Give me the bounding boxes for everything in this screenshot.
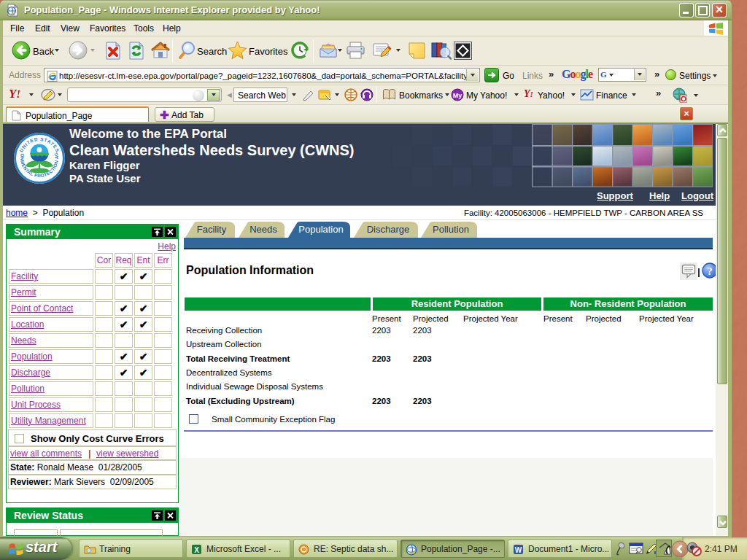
svg-text:My: My <box>453 92 462 99</box>
svg-text:W: W <box>515 546 522 554</box>
svg-text:?: ? <box>707 265 713 277</box>
svg-text:Discharge: Discharge <box>367 224 410 235</box>
svg-text:Facility: Facility <box>197 224 227 235</box>
svg-text:X: X <box>194 546 199 554</box>
svg-text:Pollution: Pollution <box>433 224 469 235</box>
svg-text:Needs: Needs <box>249 224 277 235</box>
svg-text:Population: Population <box>298 224 343 235</box>
